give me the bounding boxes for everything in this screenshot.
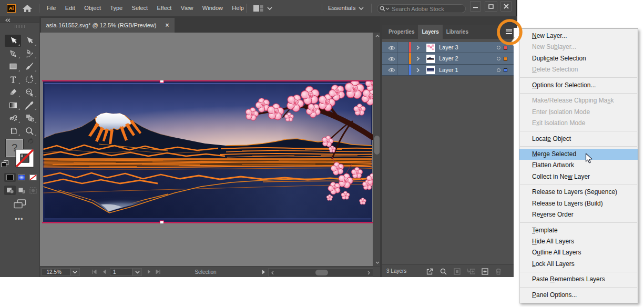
menu-edit[interactable]: Edit: [60, 0, 79, 16]
expand-chevron-icon[interactable]: [416, 68, 420, 73]
close-button[interactable]: [500, 1, 512, 12]
layer-selection-square[interactable]: [504, 68, 508, 73]
layer-row-layer-3[interactable]: Layer 3: [382, 42, 517, 53]
locate-object-icon[interactable]: [440, 268, 447, 277]
curvature-tool[interactable]: [21, 47, 37, 59]
layer-thumbnail[interactable]: [426, 66, 435, 74]
menu-item-template[interactable]: Template: [519, 225, 638, 236]
pen-tool[interactable]: [5, 47, 21, 59]
screen-mode-icon[interactable]: [14, 199, 26, 209]
page-number-field[interactable]: 1: [110, 268, 132, 276]
artboard-tool[interactable]: [5, 125, 21, 137]
menu-item-options-for-selection[interactable]: Options for Selection...: [519, 80, 638, 91]
zoom-level-field[interactable]: 12.5%: [42, 268, 70, 276]
shape-builder-tool[interactable]: [21, 86, 37, 98]
scroll-up-icon[interactable]: [375, 35, 380, 37]
none-button[interactable]: [27, 173, 39, 182]
menu-object[interactable]: Object: [79, 0, 105, 16]
shapes-tool[interactable]: [21, 112, 37, 124]
paintbrush-tool[interactable]: [21, 60, 37, 73]
tab-layers[interactable]: Layers: [418, 25, 442, 39]
last-page-button[interactable]: [154, 268, 162, 276]
layer-selection-square[interactable]: [504, 46, 508, 50]
color-button[interactable]: [4, 173, 16, 182]
next-page-button[interactable]: [145, 268, 153, 276]
gradient-tool[interactable]: [5, 99, 21, 111]
visibility-eye-icon[interactable]: [388, 57, 395, 62]
menu-item-paste-remembers-layers[interactable]: Paste Remembers Layers: [519, 274, 638, 285]
menu-item-panel-options[interactable]: Panel Options...: [519, 290, 638, 301]
symbol-sprayer-tool[interactable]: [5, 112, 21, 124]
stroke-swatch[interactable]: [15, 149, 34, 168]
page-dropdown-button[interactable]: [132, 268, 142, 276]
horizontal-scrollbar[interactable]: [268, 268, 373, 277]
layer-row-layer-2[interactable]: Layer 2: [382, 53, 517, 64]
first-page-button[interactable]: [90, 268, 98, 276]
menu-item-flatten-artwork[interactable]: Flatten Artwork: [519, 160, 638, 171]
menu-item-locate-object[interactable]: Locate Object: [519, 134, 638, 145]
search-input[interactable]: Search Adobe Stock: [377, 4, 466, 13]
vertical-scrollbar-thumb[interactable]: [374, 136, 380, 155]
menu-file[interactable]: File: [42, 0, 60, 16]
home-icon[interactable]: [22, 4, 34, 13]
selection-tool[interactable]: [5, 35, 21, 47]
rotate-tool[interactable]: [21, 73, 37, 85]
vertical-scrollbar[interactable]: [373, 33, 381, 266]
layer-name[interactable]: Layer 3: [439, 42, 458, 53]
layer-target-icon[interactable]: [497, 46, 500, 49]
visibility-eye-icon[interactable]: [388, 46, 395, 50]
collapse-panel-icon[interactable]: [5, 18, 11, 22]
rectangle-tool[interactable]: [5, 60, 21, 73]
new-sublayer-icon[interactable]: [466, 268, 475, 277]
menu-window[interactable]: Window: [198, 0, 228, 16]
layer-row-layer-1[interactable]: Layer 1: [382, 65, 517, 76]
collect-for-export-icon[interactable]: [426, 268, 433, 277]
menu-item-new-layer[interactable]: New Layer...: [519, 30, 638, 42]
edit-toolbar-ellipsis-icon[interactable]: •••: [15, 215, 24, 223]
draw-inside-button[interactable]: [27, 186, 39, 195]
expand-chevron-icon[interactable]: [416, 56, 420, 61]
document-tab[interactable]: asia-161552.svg* @ 12.5% (RGB/Preview) ×: [41, 18, 175, 33]
menu-item-outline-all-layers[interactable]: Outline All Layers: [519, 247, 638, 258]
layer-target-icon[interactable]: [497, 57, 500, 60]
eraser-tool[interactable]: [5, 86, 21, 98]
tab-properties[interactable]: Properties: [385, 25, 418, 39]
panel-menu-icon[interactable]: [505, 28, 514, 36]
menu-item-duplicate-selection[interactable]: Duplicate Selection: [519, 53, 638, 64]
menu-item-collect-in-new-layer[interactable]: Collect in New Layer: [519, 171, 638, 182]
horizontal-scrollbar-thumb[interactable]: [315, 270, 328, 275]
layer-name[interactable]: Layer 2: [439, 53, 458, 64]
delete-layer-icon[interactable]: [495, 268, 502, 277]
menu-view[interactable]: View: [176, 0, 198, 16]
menu-item-release-to-layers-build[interactable]: Release to Layers (Build): [519, 198, 638, 209]
gradient-button[interactable]: [16, 173, 27, 182]
layer-thumbnail[interactable]: [426, 55, 435, 63]
menu-help[interactable]: Help: [228, 0, 249, 16]
menu-effect[interactable]: Effect: [152, 0, 176, 16]
tab-libraries[interactable]: Libraries: [443, 25, 472, 39]
menu-item-release-to-layers-sequence[interactable]: Release to Layers (Sequence): [519, 187, 638, 198]
toolbar-grip[interactable]: [15, 25, 26, 28]
menu-item-merge-selected[interactable]: Merge Selected: [519, 149, 638, 160]
layer-name[interactable]: Layer 1: [439, 65, 458, 76]
layer-selection-square[interactable]: [504, 57, 508, 61]
make-clipping-mask-icon[interactable]: [454, 268, 461, 277]
default-fill-stroke-icon[interactable]: [2, 160, 8, 167]
workspace-switcher[interactable]: Essentials: [328, 0, 355, 16]
expand-chevron-icon[interactable]: [416, 45, 420, 50]
menu-type[interactable]: Type: [106, 0, 127, 16]
swap-fill-stroke-icon[interactable]: [27, 138, 34, 145]
menu-item-hide-all-layers[interactable]: Hide All Layers: [519, 236, 638, 247]
minimize-button[interactable]: [470, 1, 481, 12]
previous-page-button[interactable]: [100, 268, 108, 276]
menu-item-reverse-order[interactable]: Reverse Order: [519, 209, 638, 220]
draw-behind-button[interactable]: [16, 186, 27, 195]
restore-button[interactable]: [485, 1, 497, 12]
layer-target-icon[interactable]: [497, 68, 500, 72]
scroll-left-icon[interactable]: [271, 271, 274, 275]
scroll-down-icon[interactable]: [375, 261, 380, 264]
tab-close-icon[interactable]: ×: [165, 22, 169, 29]
canvas-area[interactable]: [40, 33, 373, 266]
visibility-eye-icon[interactable]: [388, 68, 395, 73]
zoom-dropdown-button[interactable]: [70, 268, 80, 276]
